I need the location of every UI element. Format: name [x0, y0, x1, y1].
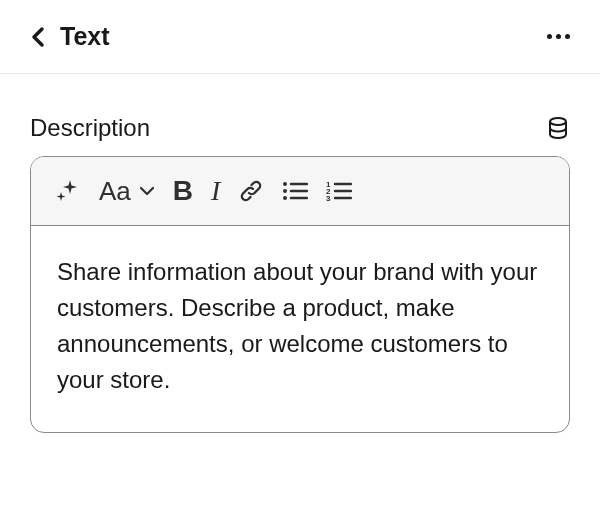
bullet-list-button[interactable]: [282, 180, 308, 202]
italic-button[interactable]: I: [211, 175, 220, 207]
panel-title: Text: [60, 22, 110, 51]
dot-icon: [556, 34, 561, 39]
svg-text:3: 3: [326, 194, 331, 202]
font-size-label: Aa: [99, 176, 131, 207]
header-left: Text: [30, 22, 110, 51]
editor-toolbar: Aa B I: [31, 157, 569, 226]
field-label: Description: [30, 114, 150, 142]
svg-point-0: [550, 118, 566, 125]
back-button[interactable]: [30, 25, 46, 49]
numbered-list-button[interactable]: 1 2 3: [326, 180, 352, 202]
more-menu-button[interactable]: [547, 34, 570, 39]
field-header: Description: [30, 114, 570, 142]
bold-button[interactable]: B: [173, 175, 193, 207]
ai-assist-button[interactable]: [55, 178, 81, 204]
rich-text-editor: Aa B I: [30, 156, 570, 433]
bullet-list-icon: [282, 180, 308, 202]
svg-point-1: [283, 182, 287, 186]
svg-point-3: [283, 189, 287, 193]
dot-icon: [565, 34, 570, 39]
link-icon: [238, 178, 264, 204]
paragraph-style-selector[interactable]: Aa: [99, 176, 155, 207]
panel-header: Text: [0, 0, 600, 74]
chevron-down-icon: [139, 186, 155, 196]
dot-icon: [547, 34, 552, 39]
panel-content: Description Aa B I: [0, 74, 600, 463]
chevron-left-icon: [30, 25, 46, 49]
numbered-list-icon: 1 2 3: [326, 180, 352, 202]
link-button[interactable]: [238, 178, 264, 204]
database-icon: [546, 116, 570, 140]
sparkle-icon: [55, 178, 81, 204]
connect-dynamic-source-button[interactable]: [546, 116, 570, 140]
editor-textarea[interactable]: Share information about your brand with …: [31, 226, 569, 432]
svg-point-5: [283, 196, 287, 200]
